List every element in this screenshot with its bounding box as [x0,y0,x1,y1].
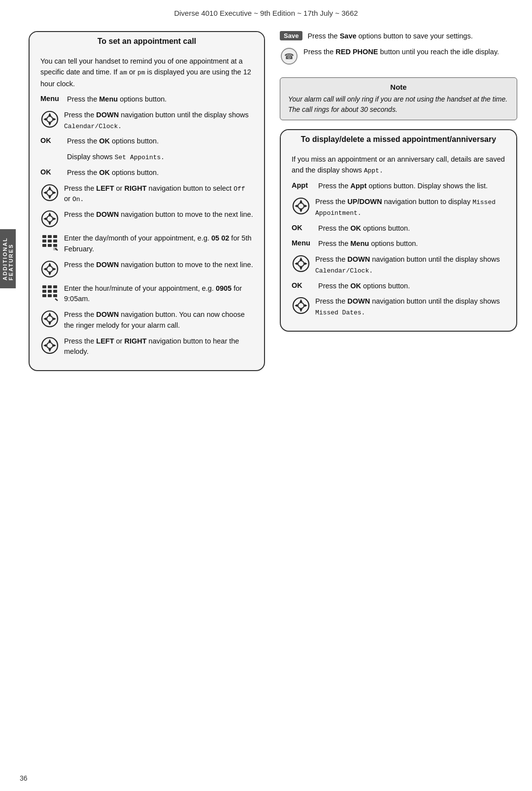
step-text-left-right-1: Press the LEFT or RIGHT navigation butto… [64,183,253,205]
svg-marker-32 [48,273,51,275]
keypad-icon-2 [40,283,59,302]
svg-marker-33 [43,268,46,271]
step-text-red-phone: Press the RED PHONE button until you rea… [303,47,517,58]
svg-rect-28 [53,247,57,250]
note-text-em: Your alarm call will only ring if you ar… [288,95,507,113]
svg-point-72 [298,303,304,309]
svg-rect-25 [48,244,52,247]
svg-marker-5 [53,118,56,121]
svg-marker-61 [299,200,302,203]
step-nav-down-4: Press the DOWN navigation button. You ca… [40,310,253,331]
step-text-menu: Press the Menu options button. [67,94,253,105]
svg-marker-63 [295,205,298,207]
svg-rect-42 [48,294,52,297]
step-red-phone: ☎ Press the RED PHONE button until you r… [280,47,517,66]
nav-icon-1 [40,110,59,129]
step-nav-down-3: Press the DOWN navigation button to move… [40,260,253,278]
save-badge: Save [280,31,302,40]
svg-marker-54 [48,349,51,352]
svg-marker-69 [295,262,298,265]
nav-icon-r3 [292,296,310,315]
svg-marker-62 [299,209,302,212]
step-text-ok-r2: Press the OK options button. [318,281,505,292]
page-number: 36 [20,774,28,782]
step-text-appoints: Display shows Set Appoints. [67,152,253,163]
svg-marker-2 [48,113,51,116]
svg-point-66 [298,261,304,267]
right-section-box: To display/delete a missed appointment/a… [280,129,517,332]
step-label-empty-1 [40,152,62,152]
step-text-down-4: Press the DOWN navigation button. You ca… [64,310,253,331]
svg-marker-53 [48,339,51,342]
svg-marker-75 [295,304,298,307]
svg-rect-37 [53,285,57,288]
step-ok-r2: OK Press the OK options button. [292,281,505,292]
svg-rect-43 [53,294,57,297]
svg-marker-16 [43,217,46,220]
nav-icon-2 [40,183,59,202]
step-ok-r1: OK Press the OK options button. [292,223,505,234]
svg-rect-36 [48,285,52,288]
step-nav-down-r3: Press the DOWN navigation button until t… [292,296,505,318]
mono-am: am [119,69,127,76]
svg-marker-3 [48,123,51,126]
header-title: Diverse 4010 Executive ~ 9th Edition ~ 1… [174,9,358,17]
svg-line-44 [55,299,58,301]
svg-rect-20 [53,235,57,238]
left-section-title: To set an appointment call [30,32,264,51]
right-section-title-text: To display/delete a missed appointment/a… [301,135,496,143]
appt-mono: Appt. [364,167,383,174]
step-text-save: Press the Save options button to save yo… [307,31,517,42]
svg-text:☎: ☎ [284,52,294,61]
svg-rect-35 [42,285,46,288]
svg-rect-26 [53,244,57,247]
svg-point-13 [47,216,53,222]
svg-rect-24 [42,244,46,247]
svg-marker-74 [299,309,302,312]
note-box: Note Your alarm call will only ring if y… [280,77,517,120]
svg-point-46 [47,316,53,322]
right-section-body: If you miss an appointment or an anniver… [281,149,516,325]
svg-marker-8 [48,186,51,189]
left-intro-text: You can tell your handset to remind you … [40,56,253,89]
step-text-left-right-2: Press the LEFT or RIGHT navigation butto… [64,336,253,358]
svg-marker-9 [48,196,51,199]
keypad-icon-1 [40,233,59,252]
svg-marker-50 [53,317,56,320]
step-text-keypad-1: Enter the day/month of your appointment,… [64,233,253,255]
mono-pm: pm [137,69,145,76]
svg-marker-64 [304,205,307,207]
step-text-nav-down-1: Press the DOWN navigation button until t… [64,110,253,132]
svg-point-7 [47,190,53,196]
svg-point-60 [298,203,304,209]
svg-rect-39 [48,290,52,293]
step-label-appt: Appt [292,181,313,189]
step-label-menu: Menu [40,94,62,103]
right-column: Save Press the Save options button to sa… [280,31,517,380]
left-section-body: You can tell your handset to remind you … [30,51,264,364]
step-save: Save Press the Save options button to sa… [280,31,517,42]
step-nav-down-1: Press the DOWN navigation button until t… [40,110,253,132]
step-text-down-3: Press the DOWN navigation button to move… [64,260,253,271]
red-phone-icon: ☎ [280,47,299,66]
step-menu-r1: Menu Press the Menu options button. [292,239,505,249]
svg-marker-14 [48,212,51,215]
step-label-ok-2: OK [40,168,62,176]
step-appt: Appt Press the Appt options button. Disp… [292,181,505,192]
step-text-appt: Press the Appt options button. Display s… [318,181,505,192]
step-label-ok-r1: OK [292,223,313,232]
step-text-menu-r1: Press the Menu options button. [318,239,505,249]
step-text-ok-1: Press the OK options button. [67,136,253,147]
step-nav-updown-1: Press the UP/DOWN navigation button to d… [292,197,505,218]
step-label-menu-r1: Menu [292,239,313,247]
svg-marker-11 [53,191,56,194]
right-top-steps: Save Press the Save options button to sa… [280,31,517,77]
svg-marker-17 [53,217,56,220]
right-intro-text: If you miss an appointment or an anniver… [292,154,505,176]
svg-rect-23 [53,240,57,242]
svg-rect-21 [42,240,46,242]
step-keypad-2: Enter the hour/minute of your appointmen… [40,283,253,305]
svg-marker-47 [48,312,51,315]
svg-point-1 [47,116,53,122]
svg-rect-38 [42,290,46,293]
